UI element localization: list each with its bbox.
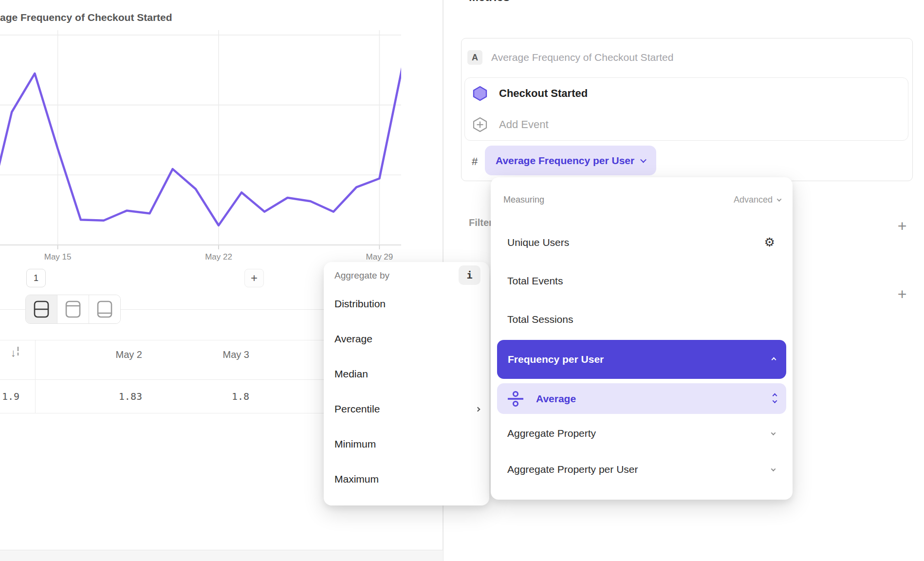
menu-item-distribution[interactable]: Distribution (334, 286, 480, 321)
table-header-may3[interactable]: May 3 (152, 349, 249, 363)
menu-item-frequency-per-user-selected[interactable]: Frequency per User (497, 340, 786, 379)
svg-text:May 22: May 22 (205, 252, 232, 262)
sort-icon[interactable]: ↓ (0, 347, 29, 359)
chevron-right-icon (476, 407, 480, 411)
metric-name-input[interactable]: Average Frequency of Checkout Started (491, 52, 673, 63)
table-column-divider (35, 340, 36, 413)
menu-item-total-sessions[interactable]: Total Sessions (502, 300, 781, 338)
chevron-up-icon (772, 357, 776, 362)
add-event-hexagon-icon (473, 117, 487, 132)
numeric-type-icon: # (472, 155, 478, 168)
gear-icon[interactable]: ⚙︎ (764, 235, 775, 249)
menu-item-aggregate-property-per-user[interactable]: Aggregate Property per User (502, 452, 781, 487)
metric-letter-badge: A (467, 50, 482, 65)
split-rows-icon (34, 300, 49, 318)
plus-icon: + (898, 218, 907, 234)
svg-text:May 15: May 15 (44, 252, 72, 262)
menu-item-unique-users[interactable]: Unique Users ⚙︎ (502, 223, 781, 262)
event-hexagon-icon (473, 86, 487, 101)
layout-toggle-group (25, 295, 121, 324)
average-divide-icon (507, 391, 524, 407)
chevron-down-icon (771, 467, 776, 471)
table-cell-may2: 1.83 (45, 391, 142, 404)
menu-item-percentile[interactable]: Percentile (334, 392, 480, 427)
advanced-toggle[interactable]: Advanced (734, 195, 781, 205)
bottom-strip (0, 550, 443, 561)
svg-text:May 29: May 29 (366, 252, 393, 262)
chevron-down-icon (640, 157, 647, 163)
table-header-may2[interactable]: May 2 (45, 349, 142, 363)
add-metric-button[interactable]: + (244, 269, 264, 287)
event-name: Checkout Started (499, 87, 588, 100)
measuring-label: Measuring (503, 195, 544, 205)
add-filter-button[interactable]: + (893, 217, 911, 235)
menu-item-aggregate-property[interactable]: Aggregate Property (502, 416, 781, 451)
filter-section-title: Filter (469, 217, 493, 228)
metrics-section-title: Metrics (469, 0, 510, 4)
menu-item-average[interactable]: Average (334, 321, 480, 356)
bottom-panel-icon (97, 300, 112, 318)
top-panel-icon (65, 300, 81, 318)
pagination-chip[interactable]: 1 (26, 269, 46, 287)
menu-item-minimum[interactable]: Minimum (334, 427, 480, 462)
layout-split-rows-button[interactable] (26, 295, 57, 323)
chevron-down-icon (771, 430, 776, 435)
layout-top-panel-button[interactable] (57, 295, 89, 323)
menu-item-maximum[interactable]: Maximum (334, 462, 480, 497)
plus-icon: + (251, 272, 258, 284)
info-icon[interactable]: i (459, 265, 480, 285)
frequency-line-chart[interactable]: May 15May 22May 29 (0, 0, 443, 265)
chevron-down-icon (777, 197, 782, 202)
add-event-button[interactable]: Add Event (472, 109, 901, 140)
add-breakdown-button[interactable]: + (893, 285, 911, 303)
measuring-dropdown-panel: Measuring Advanced Unique Users ⚙︎ Total… (491, 177, 793, 500)
add-event-label: Add Event (499, 118, 549, 131)
menu-item-total-events[interactable]: Total Events (502, 262, 781, 300)
event-list-box: Checkout Started Add Event (464, 77, 908, 141)
table-cell-truncated: 1.9 (2, 391, 19, 402)
aggregate-by-dropdown-panel: Aggregate by i Distribution Average Medi… (324, 262, 489, 505)
plus-icon: + (898, 286, 907, 302)
table-cell-may3: 1.8 (152, 391, 249, 404)
swap-chevrons-icon (773, 394, 776, 403)
layout-bottom-panel-button[interactable] (89, 295, 120, 323)
aggregate-by-label: Aggregate by (334, 270, 389, 281)
event-row-checkout-started[interactable]: Checkout Started (472, 78, 901, 109)
measurement-dropdown[interactable]: Average Frequency per User (485, 146, 656, 175)
menu-item-median[interactable]: Median (334, 356, 480, 392)
menu-subitem-average[interactable]: Average (497, 383, 786, 414)
chart-title: age Frequency of Checkout Started (0, 12, 172, 23)
insights-report-page: May 15May 22May 29 age Frequency of Chec… (0, 0, 924, 561)
